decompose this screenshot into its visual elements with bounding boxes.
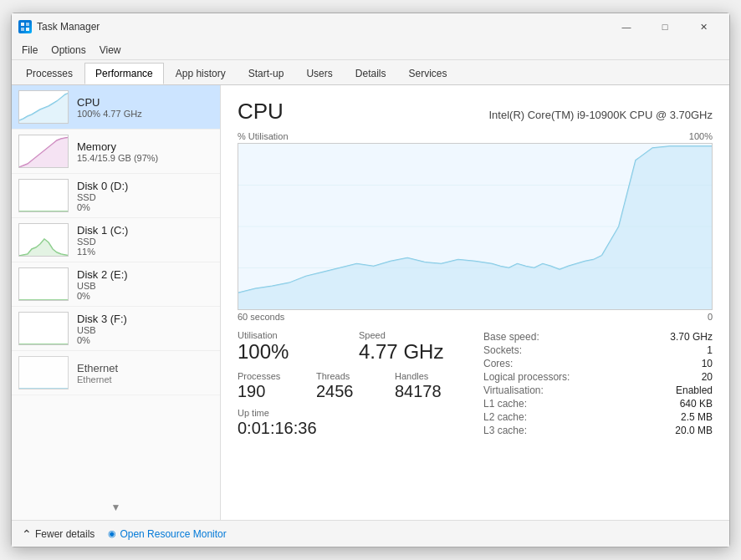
disk3-name: Disk 3 (F:) [77,313,127,325]
scroll-down-indicator: ▼ [111,501,121,513]
menu-file[interactable]: File [15,43,44,58]
cpu-name: CPU [77,96,142,109]
sidebar-item-disk0[interactable]: Disk 0 (D:) SSD 0% [12,174,220,218]
stats-left: Utilisation 100% Speed 4.77 GHz Processe… [238,330,467,510]
base-speed-key: Base speed: [483,331,539,343]
virtualisation-key: Virtualisation: [483,384,544,396]
sidebar-item-disk1[interactable]: Disk 1 (C:) SSD 11% [12,218,220,262]
disk3-info: Disk 3 (F:) USB 0% [77,313,127,345]
speed-value: 4.77 GHz [359,340,467,364]
utilisation-value: 100% [238,340,345,364]
cpu-sub: 100% 4.77 GHz [77,109,142,119]
logical-val: 20 [702,371,713,383]
uptime-value: 0:01:16:36 [238,418,467,438]
info-sockets: Sockets: 1 [483,344,713,357]
handles-stat: Handles 84178 [395,371,467,401]
window-title: Task Manager [37,21,607,33]
handles-label: Handles [395,371,467,381]
handles-value: 84178 [395,381,467,401]
fewer-details-button[interactable]: ⌃ Fewer details [22,527,95,541]
ethernet-info: Ethernet Ethernet [77,362,118,384]
info-l1: L1 cache: 640 KB [483,397,713,410]
graph-y-labels: % Utilisation 100% [238,131,713,141]
tab-performance[interactable]: Performance [84,63,164,84]
tabs-bar: Processes Performance App history Start-… [12,60,729,85]
l3-key: L3 cache: [483,425,527,436]
graph-y-label: % Utilisation [238,131,289,141]
disk1-name: Disk 1 (C:) [77,224,128,237]
disk2-info: Disk 2 (E:) USB 0% [77,268,128,301]
logical-key: Logical processors: [483,371,570,383]
disk1-sub2: 11% [77,247,128,257]
disk0-sub1: SSD [77,192,128,202]
tab-app-history[interactable]: App history [165,63,237,84]
l2-key: L2 cache: [483,411,527,423]
processes-stat: Processes 190 [238,371,309,401]
graph-time-labels: 60 seconds 0 [238,312,713,322]
chevron-up-icon: ⌃ [22,527,32,541]
tab-details[interactable]: Details [345,63,397,84]
graph-y-max: 100% [689,131,713,141]
processes-label: Processes [238,371,309,381]
disk2-thumb [18,267,69,301]
disk0-sub2: 0% [77,202,128,212]
l1-key: L1 cache: [483,398,527,410]
sidebar: CPU 100% 4.77 GHz Memory 15.4/15.9 GB (9… [12,85,221,520]
tab-processes[interactable]: Processes [15,63,84,84]
ethernet-name: Ethernet [77,362,118,374]
ethernet-thumb [18,356,69,389]
cpu-detail-panel: CPU Intel(R) Core(TM) i9-10900K CPU @ 3.… [221,85,729,520]
sidebar-item-memory[interactable]: Memory 15.4/15.9 GB (97%) [12,130,220,174]
cpu-panel-header: CPU Intel(R) Core(TM) i9-10900K CPU @ 3.… [238,99,713,125]
utilisation-label: Utilisation [238,330,345,340]
svg-rect-13 [19,357,69,389]
main-content: CPU 100% 4.77 GHz Memory 15.4/15.9 GB (9… [12,85,729,520]
minimize-button[interactable]: — [607,13,646,40]
app-icon [18,20,32,33]
maximize-button[interactable]: □ [646,13,684,40]
sockets-key: Sockets: [483,344,522,356]
menu-options[interactable]: Options [44,43,92,58]
uptime-label: Up time [238,408,467,418]
sidebar-item-disk2[interactable]: Disk 2 (E:) USB 0% [12,262,220,307]
cores-key: Cores: [483,358,513,369]
tab-services[interactable]: Services [397,63,457,84]
disk0-info: Disk 0 (D:) SSD 0% [77,180,128,212]
sidebar-item-cpu[interactable]: CPU 100% 4.77 GHz [12,85,220,130]
sidebar-item-disk3[interactable]: Disk 3 (F:) USB 0% [12,307,220,351]
svg-rect-3 [26,28,29,31]
sockets-val: 1 [707,344,713,356]
sidebar-item-ethernet[interactable]: Ethernet Ethernet [12,351,220,395]
memory-name: Memory [77,140,158,153]
menu-view[interactable]: View [93,43,128,58]
svg-rect-1 [26,23,29,26]
processes-value: 190 [238,381,309,401]
stats-info-area: Utilisation 100% Speed 4.77 GHz Processe… [238,330,713,510]
cores-val: 10 [702,358,713,369]
svg-rect-2 [21,28,24,31]
info-cores: Cores: 10 [483,357,713,370]
svg-rect-8 [19,180,69,212]
footer: ⌃ Fewer details ◉ Open Resource Monitor [12,520,729,547]
disk1-sub1: SSD [77,237,128,247]
cpu-graph [238,143,713,310]
disk3-sub2: 0% [77,335,127,345]
l1-val: 640 KB [680,398,713,410]
window-controls: — □ ✕ [607,13,723,40]
cpu-panel-title: CPU [238,99,284,125]
open-resource-monitor-link[interactable]: ◉ Open Resource Monitor [108,528,226,540]
info-virtualisation: Virtualisation: Enabled [483,384,713,397]
close-button[interactable]: ✕ [684,13,723,40]
memory-thumb [18,135,69,168]
base-speed-val: 3.70 GHz [670,331,713,343]
tab-users[interactable]: Users [295,63,343,84]
graph-time-left: 60 seconds [238,312,284,322]
fewer-details-label: Fewer details [35,528,95,540]
info-l3: L3 cache: 20.0 MB [483,424,713,437]
disk2-name: Disk 2 (E:) [77,268,128,281]
l3-val: 20.0 MB [675,425,713,436]
tab-startup[interactable]: Start-up [238,63,295,84]
utilisation-stat: Utilisation 100% [238,330,345,364]
memory-sub: 15.4/15.9 GB (97%) [77,153,158,163]
cpu-info: CPU 100% 4.77 GHz [77,96,142,119]
